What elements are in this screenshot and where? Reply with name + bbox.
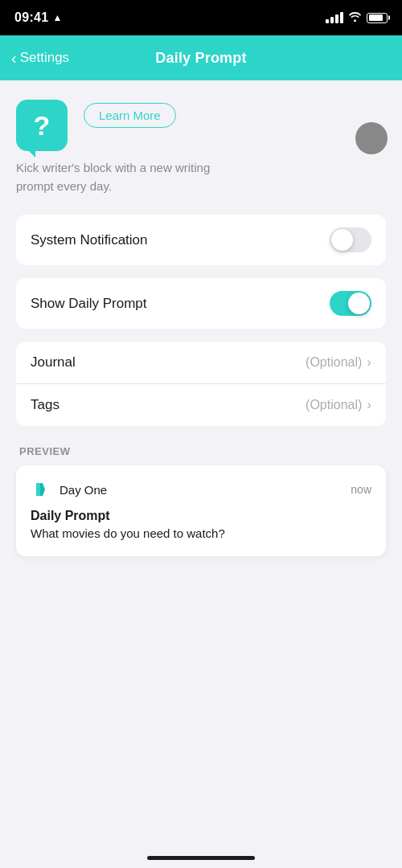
toggle-thumb-on [348, 293, 370, 314]
tags-chevron-icon: › [367, 397, 371, 413]
show-daily-prompt-card: Show Daily Prompt [16, 278, 386, 329]
preview-app-info: Day One [31, 478, 107, 501]
preview-section-label: PREVIEW [16, 445, 386, 457]
signal-icon [326, 12, 343, 23]
journal-chevron-icon: › [367, 354, 371, 371]
preview-title: Daily Prompt [31, 509, 371, 523]
show-daily-prompt-toggle[interactable] [330, 291, 371, 316]
page-title: Daily Prompt [155, 50, 246, 67]
journal-right: (Optional) › [306, 354, 371, 371]
journal-tags-card: Journal (Optional) › Tags (Optional) › [16, 342, 386, 426]
preview-body: What movies do you need to watch? [31, 526, 371, 540]
wifi-icon [348, 11, 362, 24]
show-daily-prompt-row: Show Daily Prompt [16, 278, 386, 329]
status-icons [326, 11, 388, 24]
preview-card: Day One now Daily Prompt What movies do … [16, 465, 386, 556]
back-chevron-icon: ‹ [11, 50, 17, 66]
tags-optional: (Optional) [306, 398, 362, 412]
question-mark-icon: ? [34, 112, 51, 139]
journal-optional: (Optional) [306, 355, 362, 370]
nav-bar: ‹ Settings Daily Prompt [0, 35, 402, 80]
tags-right: (Optional) › [306, 397, 371, 413]
learn-more-button[interactable]: Learn More [84, 103, 176, 128]
battery-icon [367, 13, 388, 23]
preview-section: PREVIEW Day One now Daily Prompt What mo… [16, 445, 386, 556]
toggle-thumb [331, 229, 353, 251]
preview-time: now [351, 483, 371, 496]
back-label: Settings [20, 50, 69, 66]
content-area: ? Learn More Kick writer's block with a … [0, 80, 402, 588]
show-daily-prompt-label: Show Daily Prompt [31, 296, 147, 312]
journal-label: Journal [31, 354, 76, 371]
tags-row[interactable]: Tags (Optional) › [16, 383, 386, 426]
status-bar: 09:41 ▲ [0, 0, 402, 35]
back-button[interactable]: ‹ Settings [11, 50, 69, 66]
system-notification-row: System Notification [16, 215, 386, 265]
status-time: 09:41 [14, 10, 48, 25]
journal-row[interactable]: Journal (Optional) › [16, 342, 386, 383]
hero-section: ? Learn More [16, 100, 386, 151]
system-notification-card: System Notification [16, 215, 386, 265]
location-icon: ▲ [52, 12, 62, 23]
home-indicator [147, 856, 255, 860]
system-notification-label: System Notification [31, 232, 148, 248]
drag-handle[interactable] [355, 122, 388, 154]
app-name: Day One [59, 483, 107, 497]
app-logo-icon [31, 478, 53, 501]
tags-label: Tags [31, 397, 59, 413]
preview-header: Day One now [31, 478, 371, 501]
system-notification-toggle[interactable] [330, 227, 371, 252]
prompt-icon: ? [16, 100, 68, 151]
hero-description: Kick writer's block with a new writing p… [16, 159, 233, 195]
